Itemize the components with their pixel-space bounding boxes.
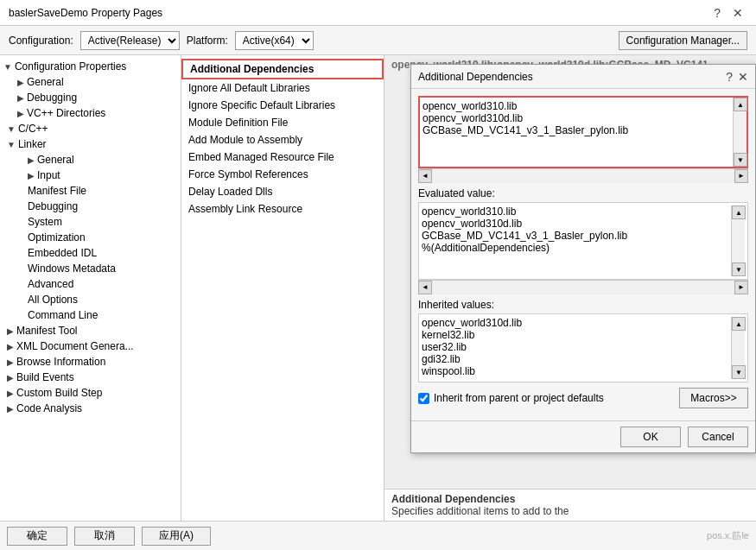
inh-scroll-track xyxy=(732,331,745,365)
tree-item-manifest-tool[interactable]: ▶Manifest Tool xyxy=(0,323,181,338)
inh-line: kernel32.lib xyxy=(422,329,731,341)
bottom-ok-button[interactable]: 确定 xyxy=(7,527,67,546)
horiz-scroll-right-btn[interactable]: ► xyxy=(734,169,748,183)
tree-item-linker[interactable]: ▼Linker xyxy=(0,136,181,152)
eval-horiz-left[interactable]: ◄ xyxy=(418,281,432,294)
mid-items-container: Additional DependenciesIgnore All Defaul… xyxy=(181,59,384,218)
tree-item-linker-command-line[interactable]: Command Line xyxy=(0,307,181,323)
tree-root-item[interactable]: ▼Configuration Properties xyxy=(0,59,181,74)
linker-input-arrow-icon: ▶ xyxy=(28,171,35,180)
mid-item-module-definition[interactable]: Module Definition File xyxy=(181,114,384,131)
bottom-apply-button[interactable]: 应用(A) xyxy=(142,527,211,546)
tree-item-build-events[interactable]: ▶Build Events xyxy=(0,370,181,385)
dialog-title-controls: ? ✕ xyxy=(726,70,748,84)
dialog-close-button[interactable]: ✕ xyxy=(738,70,748,84)
custom-build-arrow-icon: ▶ xyxy=(7,389,14,398)
tree-item-general[interactable]: ▶General xyxy=(0,74,181,90)
tree-item-linker-system[interactable]: System xyxy=(0,214,181,230)
build-events-arrow-icon: ▶ xyxy=(7,373,14,382)
tree-item-linker-optimization[interactable]: Optimization xyxy=(0,230,181,245)
tree-item-ccpp[interactable]: ▼C/C++ xyxy=(0,121,181,136)
inh-scroll-down-btn[interactable]: ▼ xyxy=(732,365,746,379)
dep-edit-input[interactable]: opencv_world310.libopencv_world310d.libG… xyxy=(420,98,733,167)
dep-edit-line: opencv_world310.lib xyxy=(422,100,730,112)
eval-horiz-track xyxy=(432,281,734,294)
mid-item-ignore-all[interactable]: Ignore All Default Libraries xyxy=(181,79,384,97)
ok-button[interactable]: OK xyxy=(620,427,681,447)
eval-scroll-up-btn[interactable]: ▲ xyxy=(732,205,746,219)
middle-panel: Additional DependenciesIgnore All Defaul… xyxy=(181,55,384,521)
tree-item-linker-manifest[interactable]: Manifest File xyxy=(0,183,181,199)
tree-item-debugging[interactable]: ▶Debugging xyxy=(0,90,181,105)
tree-item-linker-advanced[interactable]: Advanced xyxy=(0,276,181,292)
mid-item-delay-loaded[interactable]: Delay Loaded Dlls xyxy=(181,183,384,200)
tree-item-code-analysis[interactable]: ▶Code Analysis xyxy=(0,401,181,416)
inh-scroll-up-btn[interactable]: ▲ xyxy=(732,317,746,331)
config-select[interactable]: Active(Release) xyxy=(80,31,180,50)
eval-horiz-scroll: ◄ ► xyxy=(418,280,748,294)
inherited-label: Inherited values: xyxy=(418,299,748,311)
eval-scroll-down-btn[interactable]: ▼ xyxy=(732,262,746,276)
mid-item-ignore-specific[interactable]: Ignore Specific Default Libraries xyxy=(181,97,384,114)
linker-general-arrow-icon: ▶ xyxy=(28,155,35,165)
horiz-scroll-left-btn[interactable]: ◄ xyxy=(418,169,432,183)
macros-button[interactable]: Macros>> xyxy=(679,388,748,408)
mid-item-additional-deps[interactable]: Additional Dependencies xyxy=(181,59,384,79)
inherited-inner: opencv_world310d.libkernel32.libuser32.l… xyxy=(422,317,731,379)
scroll-track xyxy=(734,111,746,153)
bottom-cancel-button[interactable]: 取消 xyxy=(74,527,135,546)
tree-item-linker-general[interactable]: ▶General xyxy=(0,152,181,168)
mid-item-assembly-link[interactable]: Assembly Link Resource xyxy=(181,200,384,218)
evaluated-value-inner: opencv_world310.libopencv_world310d.libG… xyxy=(422,205,731,276)
close-button[interactable]: ✕ xyxy=(728,6,747,20)
mid-item-add-module[interactable]: Add Module to Assembly xyxy=(181,131,384,149)
tree-item-linker-input[interactable]: ▶Input xyxy=(0,168,181,183)
tree-item-linker-debugging[interactable]: Debugging xyxy=(0,199,181,214)
additional-deps-dialog: Additional Dependencies ? ✕ opencv_world… xyxy=(410,64,756,453)
horiz-scroll-bar: ◄ ► xyxy=(418,168,748,182)
inherit-checkbox[interactable] xyxy=(418,393,429,404)
root-arrow-icon: ▼ xyxy=(3,62,12,72)
dep-edit-scrollbar: ▲ ▼ xyxy=(733,98,746,167)
help-button[interactable]: ? xyxy=(709,6,725,20)
tree-item-xml-document[interactable]: ▶XML Document Genera... xyxy=(0,338,181,354)
tree-item-custom-build[interactable]: ▶Custom Build Step xyxy=(0,385,181,401)
eval-scroll-track xyxy=(732,219,745,262)
manifest-tool-arrow-icon: ▶ xyxy=(7,326,14,336)
eval-line: %(AdditionalDependencies) xyxy=(422,242,731,254)
dialog-help-button[interactable]: ? xyxy=(726,70,733,84)
tree-item-browse-info[interactable]: ▶Browse Information xyxy=(0,354,181,370)
config-label: Configuration: xyxy=(9,35,73,47)
title-bar: baslerSaveDemo Property Pages ? ✕ xyxy=(0,0,756,26)
mid-item-force-symbol[interactable]: Force Symbol References xyxy=(181,166,384,183)
scroll-down-btn[interactable]: ▼ xyxy=(734,153,747,167)
general-arrow-icon: ▶ xyxy=(17,78,24,87)
dep-edit-line: GCBase_MD_VC141_v3_1_Basler_pylon.lib xyxy=(422,124,730,136)
eval-horiz-right[interactable]: ► xyxy=(734,281,748,294)
eval-scrollbar: ▲ ▼ xyxy=(731,205,745,276)
desc-title: Additional Dependencies xyxy=(391,493,749,505)
tree-item-vccpp[interactable]: ▶VC++ Directories xyxy=(0,105,181,121)
inh-line: opencv_world310d.lib xyxy=(422,317,731,329)
scroll-up-btn[interactable]: ▲ xyxy=(734,98,747,111)
dep-edit-line: opencv_world310d.lib xyxy=(422,112,730,124)
left-panel-tree: ▼Configuration Properties▶General▶Debugg… xyxy=(0,55,181,521)
tree-item-linker-windows-metadata[interactable]: Windows Metadata xyxy=(0,261,181,276)
platform-select[interactable]: Active(x64) xyxy=(235,31,314,50)
config-manager-button[interactable]: Configuration Manager... xyxy=(619,31,747,50)
tree-item-linker-all-options[interactable]: All Options xyxy=(0,292,181,307)
evaluated-value-area: opencv_world310.libopencv_world310d.libG… xyxy=(418,202,748,280)
ccpp-arrow-icon: ▼ xyxy=(7,124,16,134)
linker-arrow-icon: ▼ xyxy=(7,140,16,149)
dialog-overlay: Additional Dependencies ? ✕ opencv_world… xyxy=(384,55,756,521)
right-panel: opencv_world310.lib;opencv_world310d.lib… xyxy=(384,55,756,521)
horiz-scroll-track xyxy=(432,169,734,183)
cancel-button[interactable]: Cancel xyxy=(688,427,748,447)
vccpp-arrow-icon: ▶ xyxy=(17,109,24,118)
mid-item-embed-managed[interactable]: Embed Managed Resource File xyxy=(181,149,384,166)
inh-line: user32.lib xyxy=(422,341,731,353)
tree-item-linker-embedded-idl[interactable]: Embedded IDL xyxy=(0,245,181,261)
evaluated-label: Evaluated value: xyxy=(418,187,748,199)
desc-area: Additional Dependencies Specifies additi… xyxy=(384,489,756,521)
main-area: ▼Configuration Properties▶General▶Debugg… xyxy=(0,55,756,521)
